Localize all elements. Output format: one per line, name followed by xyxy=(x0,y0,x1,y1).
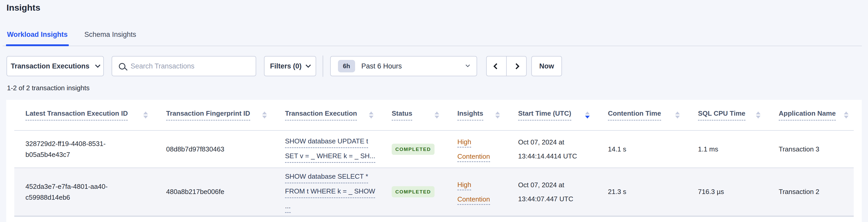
sql-cpu-time: 716.3 µs xyxy=(698,188,724,195)
search-input[interactable] xyxy=(130,62,249,70)
application-name: Transaction 3 xyxy=(779,145,819,153)
column-header-sql-cpu-time[interactable]: SQL CPU Time xyxy=(698,100,779,130)
sort-icon xyxy=(262,112,267,119)
sort-icon xyxy=(495,112,500,119)
insights-page: Insights Workload Insights Schema Insigh… xyxy=(0,0,868,222)
start-time: Oct 07, 2024 at 13:44:07.447 UTC xyxy=(518,178,599,206)
table-row: 328729d2-ff19-4408-8531-b05a5b4e43c7 08d… xyxy=(14,130,854,168)
chevron-down-icon xyxy=(306,62,311,68)
results-count: 1-2 of 2 transaction insights xyxy=(7,84,90,92)
view-select-label: Transaction Executions xyxy=(11,62,89,70)
now-button-label: Now xyxy=(539,62,554,70)
contention-time: 14.1 s xyxy=(608,145,626,153)
fingerprint-id: 08d8b7d97f830463 xyxy=(166,145,224,153)
column-header-start-time[interactable]: Start Time (UTC) xyxy=(518,100,608,130)
now-button[interactable]: Now xyxy=(531,56,562,76)
prev-interval-button[interactable] xyxy=(487,57,507,76)
sort-icon xyxy=(675,112,680,119)
application-name: Transaction 2 xyxy=(779,188,819,195)
toolbar-divider xyxy=(323,56,323,77)
filters-label: Filters (0) xyxy=(270,62,302,70)
table-row: 452da3e7-e7fa-4801-aa40-c59988d14eb6 480… xyxy=(14,168,854,216)
search-icon xyxy=(119,63,125,69)
time-interval-badge: 6h xyxy=(338,60,355,72)
chevron-left-icon xyxy=(493,63,499,69)
time-interval-nav xyxy=(486,56,527,76)
chevron-down-icon xyxy=(95,62,100,68)
sort-icon xyxy=(844,112,848,119)
insights-table-card: Latest Transaction Execution ID Transact… xyxy=(6,100,862,222)
transaction-execution-cell: SHOW database SELECT * FROM t WHERE k = … xyxy=(285,168,392,216)
status-badge: COMPLETED xyxy=(392,144,435,155)
status-badge: COMPLETED xyxy=(392,186,435,197)
page-title: Insights xyxy=(6,3,40,13)
tab-schema-insights[interactable]: Schema Insights xyxy=(84,31,136,39)
transaction-execution-cell: SHOW database UPDATE t SET v = _ WHERE k… xyxy=(285,130,392,168)
transaction-execution-link[interactable]: FROM t WHERE k = _ SHOW xyxy=(285,185,375,198)
column-header-contention-time[interactable]: Contention Time xyxy=(608,100,698,130)
insight-link-high-contention[interactable]: High Contention xyxy=(457,138,490,162)
sort-icon xyxy=(369,112,374,119)
sort-icon-active-desc xyxy=(585,112,590,119)
column-header-insights[interactable]: Insights xyxy=(457,100,518,130)
transaction-execution-link[interactable]: SHOW database UPDATE t xyxy=(285,135,368,148)
column-header-fingerprint-id[interactable]: Transaction Fingerprint ID xyxy=(166,100,285,130)
search-box xyxy=(112,56,256,76)
column-header-latest-execution-id[interactable]: Latest Transaction Execution ID xyxy=(14,100,166,130)
latest-execution-id: 452da3e7-e7fa-4801-aa40-c59988d14eb6 xyxy=(25,181,114,203)
latest-execution-id: 328729d2-ff19-4408-8531-b05a5b4e43c7 xyxy=(25,138,114,160)
next-interval-button[interactable] xyxy=(507,57,526,76)
time-interval-dropdown[interactable]: 6h Past 6 Hours xyxy=(330,56,477,76)
tab-workload-insights[interactable]: Workload Insights xyxy=(7,31,68,39)
column-header-transaction-execution[interactable]: Transaction Execution xyxy=(285,100,392,130)
view-select-dropdown[interactable]: Transaction Executions xyxy=(6,56,104,76)
start-time: Oct 07, 2024 at 13:44:14.4414 UTC xyxy=(518,135,599,163)
sort-icon xyxy=(143,112,148,119)
sql-cpu-time: 1.1 ms xyxy=(698,145,718,153)
contention-time: 21.3 s xyxy=(608,188,626,195)
transaction-execution-link[interactable]: ... xyxy=(285,200,291,213)
active-tab-indicator xyxy=(6,44,69,46)
insight-link-high-contention[interactable]: High Contention xyxy=(457,181,490,205)
column-header-status[interactable]: Status xyxy=(392,100,457,130)
transaction-insights-table: Latest Transaction Execution ID Transact… xyxy=(14,100,854,217)
fingerprint-id: 480a8b217be006fe xyxy=(166,188,224,195)
sort-icon xyxy=(435,112,439,119)
chevron-right-icon xyxy=(513,63,519,69)
chevron-down-icon xyxy=(466,63,470,67)
filters-button[interactable]: Filters (0) xyxy=(264,56,316,76)
transaction-execution-link[interactable]: SHOW database SELECT * xyxy=(285,171,368,183)
sort-icon xyxy=(756,112,761,119)
column-header-application-name[interactable]: Application Name xyxy=(779,100,854,130)
time-interval-label: Past 6 Hours xyxy=(361,62,402,70)
transaction-execution-link[interactable]: SET v = _ WHERE k = _ SH... xyxy=(285,150,375,163)
table-header-row: Latest Transaction Execution ID Transact… xyxy=(14,100,854,130)
tabs-divider xyxy=(3,45,862,46)
